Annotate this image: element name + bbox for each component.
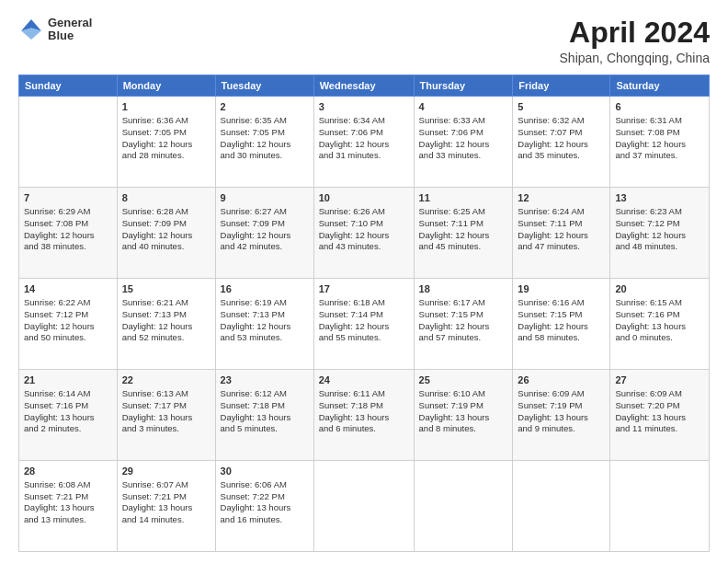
day-info: Sunrise: 6:32 AM Sunset: 7:07 PM Dayligh…: [518, 115, 605, 162]
day-cell: 12Sunrise: 6:24 AM Sunset: 7:11 PM Dayli…: [513, 188, 610, 279]
calendar-header-row: SundayMondayTuesdayWednesdayThursdayFrid…: [19, 75, 710, 97]
day-cell: 6Sunrise: 6:31 AM Sunset: 7:08 PM Daylig…: [610, 97, 710, 188]
day-cell: 9Sunrise: 6:27 AM Sunset: 7:09 PM Daylig…: [215, 188, 313, 279]
day-cell: 24Sunrise: 6:11 AM Sunset: 7:18 PM Dayli…: [313, 370, 414, 461]
day-number: 23: [221, 373, 309, 387]
day-cell: [610, 461, 710, 552]
day-number: 10: [319, 191, 409, 205]
day-number: 9: [221, 191, 309, 205]
day-cell: 1Sunrise: 6:36 AM Sunset: 7:05 PM Daylig…: [117, 97, 215, 188]
day-cell: [513, 461, 610, 552]
day-number: 16: [221, 282, 309, 296]
day-cell: 2Sunrise: 6:35 AM Sunset: 7:05 PM Daylig…: [215, 97, 313, 188]
logo: General Blue: [18, 17, 92, 43]
day-cell: 16Sunrise: 6:19 AM Sunset: 7:13 PM Dayli…: [215, 279, 313, 370]
week-row-3: 14Sunrise: 6:22 AM Sunset: 7:12 PM Dayli…: [19, 279, 710, 370]
logo-line2: Blue: [48, 29, 92, 42]
day-info: Sunrise: 6:23 AM Sunset: 7:12 PM Dayligh…: [615, 206, 704, 253]
day-number: 4: [419, 100, 508, 114]
col-header-thursday: Thursday: [414, 75, 513, 97]
day-number: 7: [24, 191, 112, 205]
day-info: Sunrise: 6:29 AM Sunset: 7:08 PM Dayligh…: [24, 206, 112, 253]
day-cell: [313, 461, 414, 552]
day-number: 29: [122, 465, 210, 478]
day-number: 2: [221, 100, 309, 114]
day-number: 11: [419, 191, 508, 205]
day-number: 17: [319, 282, 409, 296]
day-cell: 7Sunrise: 6:29 AM Sunset: 7:08 PM Daylig…: [19, 188, 118, 279]
day-info: Sunrise: 6:08 AM Sunset: 7:21 PM Dayligh…: [24, 479, 112, 526]
col-header-sunday: Sunday: [19, 75, 118, 97]
day-cell: 20Sunrise: 6:15 AM Sunset: 7:16 PM Dayli…: [610, 279, 710, 370]
col-header-saturday: Saturday: [610, 75, 710, 97]
day-info: Sunrise: 6:28 AM Sunset: 7:09 PM Dayligh…: [122, 206, 210, 253]
week-row-2: 7Sunrise: 6:29 AM Sunset: 7:08 PM Daylig…: [19, 188, 710, 279]
logo-text: General Blue: [48, 17, 92, 43]
day-cell: 3Sunrise: 6:34 AM Sunset: 7:06 PM Daylig…: [313, 97, 414, 188]
day-cell: 23Sunrise: 6:12 AM Sunset: 7:18 PM Dayli…: [215, 370, 313, 461]
day-number: 26: [518, 373, 605, 387]
calendar-subtitle: Shipan, Chongqing, China: [560, 51, 710, 65]
day-info: Sunrise: 6:24 AM Sunset: 7:11 PM Dayligh…: [518, 206, 605, 253]
day-info: Sunrise: 6:27 AM Sunset: 7:09 PM Dayligh…: [221, 206, 309, 253]
day-cell: 14Sunrise: 6:22 AM Sunset: 7:12 PM Dayli…: [19, 279, 118, 370]
day-info: Sunrise: 6:12 AM Sunset: 7:18 PM Dayligh…: [221, 388, 309, 435]
day-cell: 26Sunrise: 6:09 AM Sunset: 7:19 PM Dayli…: [513, 370, 610, 461]
day-info: Sunrise: 6:10 AM Sunset: 7:19 PM Dayligh…: [419, 388, 508, 435]
day-info: Sunrise: 6:35 AM Sunset: 7:05 PM Dayligh…: [221, 115, 309, 162]
day-number: 21: [24, 373, 112, 387]
day-cell: 29Sunrise: 6:07 AM Sunset: 7:21 PM Dayli…: [117, 461, 215, 552]
day-number: 1: [122, 100, 210, 114]
day-cell: 10Sunrise: 6:26 AM Sunset: 7:10 PM Dayli…: [313, 188, 414, 279]
calendar-table: SundayMondayTuesdayWednesdayThursdayFrid…: [18, 75, 710, 552]
day-cell: 19Sunrise: 6:16 AM Sunset: 7:15 PM Dayli…: [513, 279, 610, 370]
day-cell: 22Sunrise: 6:13 AM Sunset: 7:17 PM Dayli…: [117, 370, 215, 461]
logo-icon: [18, 17, 44, 42]
day-number: 22: [122, 373, 210, 387]
day-info: Sunrise: 6:22 AM Sunset: 7:12 PM Dayligh…: [24, 297, 112, 344]
day-info: Sunrise: 6:11 AM Sunset: 7:18 PM Dayligh…: [319, 388, 409, 435]
day-info: Sunrise: 6:25 AM Sunset: 7:11 PM Dayligh…: [419, 206, 508, 253]
day-number: 20: [615, 282, 704, 296]
day-number: 19: [518, 282, 605, 296]
day-info: Sunrise: 6:06 AM Sunset: 7:22 PM Dayligh…: [221, 479, 309, 526]
page: General Blue April 2024 Shipan, Chongqin…: [0, 0, 728, 563]
col-header-friday: Friday: [513, 75, 610, 97]
day-number: 12: [518, 191, 605, 205]
day-number: 15: [122, 282, 210, 296]
col-header-wednesday: Wednesday: [313, 75, 414, 97]
day-info: Sunrise: 6:31 AM Sunset: 7:08 PM Dayligh…: [615, 115, 704, 162]
day-info: Sunrise: 6:13 AM Sunset: 7:17 PM Dayligh…: [122, 388, 210, 435]
day-cell: [19, 97, 118, 188]
week-row-1: 1Sunrise: 6:36 AM Sunset: 7:05 PM Daylig…: [19, 97, 710, 188]
day-info: Sunrise: 6:19 AM Sunset: 7:13 PM Dayligh…: [221, 297, 309, 344]
day-number: 28: [24, 465, 112, 478]
day-info: Sunrise: 6:15 AM Sunset: 7:16 PM Dayligh…: [615, 297, 704, 344]
day-number: 27: [615, 373, 704, 387]
day-cell: 17Sunrise: 6:18 AM Sunset: 7:14 PM Dayli…: [313, 279, 414, 370]
day-info: Sunrise: 6:34 AM Sunset: 7:06 PM Dayligh…: [319, 115, 409, 162]
day-info: Sunrise: 6:09 AM Sunset: 7:20 PM Dayligh…: [615, 388, 704, 435]
day-info: Sunrise: 6:16 AM Sunset: 7:15 PM Dayligh…: [518, 297, 605, 344]
title-block: April 2024 Shipan, Chongqing, China: [560, 17, 710, 65]
day-info: Sunrise: 6:09 AM Sunset: 7:19 PM Dayligh…: [518, 388, 605, 435]
day-cell: 8Sunrise: 6:28 AM Sunset: 7:09 PM Daylig…: [117, 188, 215, 279]
day-info: Sunrise: 6:26 AM Sunset: 7:10 PM Dayligh…: [319, 206, 409, 253]
day-cell: 30Sunrise: 6:06 AM Sunset: 7:22 PM Dayli…: [215, 461, 313, 552]
day-number: 18: [419, 282, 508, 296]
week-row-4: 21Sunrise: 6:14 AM Sunset: 7:16 PM Dayli…: [19, 370, 710, 461]
calendar-title: April 2024: [560, 17, 710, 49]
day-cell: 5Sunrise: 6:32 AM Sunset: 7:07 PM Daylig…: [513, 97, 610, 188]
week-row-5: 28Sunrise: 6:08 AM Sunset: 7:21 PM Dayli…: [19, 461, 710, 552]
day-cell: 11Sunrise: 6:25 AM Sunset: 7:11 PM Dayli…: [414, 188, 513, 279]
day-cell: 15Sunrise: 6:21 AM Sunset: 7:13 PM Dayli…: [117, 279, 215, 370]
logo-line1: General: [48, 17, 92, 29]
day-info: Sunrise: 6:17 AM Sunset: 7:15 PM Dayligh…: [419, 297, 508, 344]
day-info: Sunrise: 6:21 AM Sunset: 7:13 PM Dayligh…: [122, 297, 210, 344]
day-number: 14: [24, 282, 112, 296]
day-number: 8: [122, 191, 210, 205]
col-header-tuesday: Tuesday: [215, 75, 313, 97]
day-cell: 28Sunrise: 6:08 AM Sunset: 7:21 PM Dayli…: [19, 461, 118, 552]
day-info: Sunrise: 6:33 AM Sunset: 7:06 PM Dayligh…: [419, 115, 508, 162]
day-cell: [414, 461, 513, 552]
